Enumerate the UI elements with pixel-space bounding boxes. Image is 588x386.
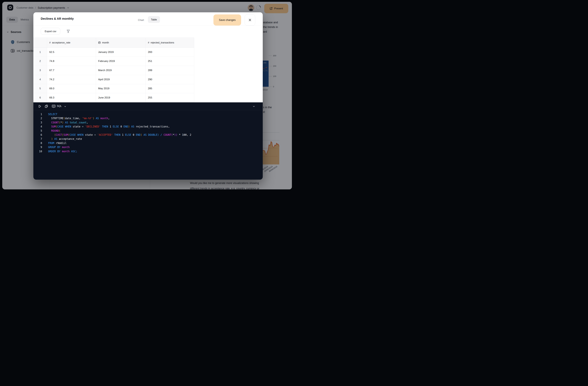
- column-header-acceptance_rate[interactable]: #acceptance_rate: [47, 38, 96, 47]
- cell-acceptance-rate[interactable]: 67.7: [47, 66, 96, 75]
- line-number: 1: [33, 112, 42, 116]
- table-row[interactable]: 569.0May 2019285: [33, 84, 194, 93]
- sql-code-line[interactable]: 10ORDER BY month ASC;: [33, 150, 263, 153]
- cell-rejected-transactions[interactable]: 285: [146, 84, 194, 93]
- table-gridline: [146, 38, 146, 102]
- cell-acceptance-rate[interactable]: 62.5: [47, 48, 96, 57]
- line-number: 8: [33, 141, 42, 145]
- sql-code-line[interactable]: 2 STRFTIME(date_time, '%m-%Y') AS month,: [33, 116, 263, 120]
- row-number: 4: [33, 75, 47, 84]
- calendar-icon: [98, 41, 101, 44]
- column-header-rejected_transactions[interactable]: #rejected_transactions: [146, 38, 194, 47]
- cell-acceptance-rate[interactable]: 69.0: [47, 84, 96, 93]
- line-number: 2: [33, 116, 42, 120]
- cell-month[interactable]: May 2019: [96, 84, 146, 93]
- line-number: 4: [33, 125, 42, 129]
- filter-icon[interactable]: [66, 29, 70, 33]
- export-csv-button[interactable]: Export csv: [41, 28, 60, 35]
- sql-code-line[interactable]: 3 COUNT(*) AS total_count,: [33, 121, 263, 125]
- number-type-icon: #: [148, 41, 149, 44]
- sql-language-selector[interactable]: SQL: [57, 105, 62, 107]
- tab-table[interactable]: Table: [148, 16, 160, 23]
- sql-code-line[interactable]: 1SELECT: [33, 112, 263, 116]
- save-changes-button[interactable]: Save changes: [213, 14, 241, 25]
- row-number: 6: [33, 93, 47, 102]
- sql-code-line[interactable]: 7 ) AS acceptance_rate: [33, 137, 263, 141]
- line-number: 10: [33, 150, 42, 153]
- table-row[interactable]: 669.3June 2019255: [33, 93, 194, 102]
- cell-month[interactable]: April 2019: [96, 75, 146, 84]
- collapse-panel-chevron-icon[interactable]: [252, 105, 255, 108]
- sql-code-line[interactable]: 6 (CAST(SUM(CASE WHEN state = 'ACCEPTED'…: [33, 133, 263, 137]
- row-number: 1: [33, 48, 47, 57]
- table-row[interactable]: 367.7March 2019289: [33, 66, 194, 75]
- copy-query-icon[interactable]: [44, 105, 48, 108]
- chevron-down-icon[interactable]: [64, 105, 66, 108]
- sql-code-line[interactable]: 5 ROUND(: [33, 129, 263, 133]
- cell-rejected-transactions[interactable]: 289: [146, 66, 194, 75]
- table-gridline: [194, 38, 194, 102]
- row-number: 2: [33, 57, 47, 66]
- table-row[interactable]: 474.2April 2019290: [33, 75, 194, 84]
- tab-chart[interactable]: Chart: [135, 17, 147, 23]
- cell-month[interactable]: March 2019: [96, 66, 146, 75]
- cell-acceptance-rate[interactable]: 74.8: [47, 57, 96, 66]
- cell-rejected-transactions[interactable]: 255: [146, 93, 194, 102]
- app-window: Customer data / Subscription payments: [2, 2, 292, 189]
- tab-table-label: Table: [151, 18, 157, 21]
- sql-code-line[interactable]: 8FROM r9dd1il: [33, 141, 263, 145]
- cell-rejected-transactions[interactable]: 283: [146, 48, 194, 57]
- cell-rejected-transactions[interactable]: 251: [146, 57, 194, 66]
- cell-acceptance-rate[interactable]: 74.2: [47, 75, 96, 84]
- close-icon: [248, 18, 252, 22]
- tab-chart-label: Chart: [138, 19, 144, 21]
- cell-month[interactable]: February 2019: [96, 57, 146, 66]
- close-button[interactable]: [245, 14, 255, 25]
- sql-language-icon[interactable]: [52, 104, 56, 108]
- run-query-icon[interactable]: [38, 104, 42, 108]
- line-number: 7: [33, 137, 42, 141]
- sql-code-line[interactable]: 9GROUP BY month: [33, 145, 263, 149]
- sql-toolbar-divider: [33, 110, 263, 110]
- table-body: 162.5January 2019283274.8February 201925…: [33, 48, 194, 102]
- cell-month[interactable]: January 2019: [96, 48, 146, 57]
- sql-code[interactable]: 1SELECT2 STRFTIME(date_time, '%m-%Y') AS…: [33, 112, 263, 153]
- number-type-icon: #: [49, 41, 51, 44]
- cell-month[interactable]: June 2019: [96, 93, 146, 102]
- line-number: 9: [33, 145, 42, 149]
- table-header-row: #acceptance_ratemonth#rejected_transacti…: [33, 38, 194, 48]
- column-header-month[interactable]: month: [96, 38, 146, 47]
- cell-rejected-transactions[interactable]: 290: [146, 75, 194, 84]
- cell-acceptance-rate[interactable]: 69.3: [47, 93, 96, 102]
- line-number: 3: [33, 121, 42, 125]
- table-row[interactable]: 274.8February 2019251: [33, 57, 194, 66]
- modal-title: Declines & AR monthly: [41, 17, 74, 21]
- table-row[interactable]: 162.5January 2019283: [33, 48, 194, 57]
- row-number: 5: [33, 84, 47, 93]
- export-csv-label: Export csv: [45, 30, 56, 33]
- modal-header-divider: [33, 25, 263, 26]
- edit-visualization-modal: Declines & AR monthly Chart Table Save c…: [33, 12, 263, 180]
- line-number: 5: [33, 129, 42, 133]
- save-changes-label: Save changes: [219, 19, 236, 22]
- sql-code-line[interactable]: 4 SUM(CASE WHEN state = 'DECLINED' THEN …: [33, 125, 263, 129]
- line-number: 6: [33, 133, 42, 137]
- table-corner-cell: [33, 38, 47, 47]
- sql-editor-panel: SQL 1SELECT2 STRFTIME(date_time, '%m-%Y'…: [33, 102, 263, 180]
- row-number: 3: [33, 66, 47, 75]
